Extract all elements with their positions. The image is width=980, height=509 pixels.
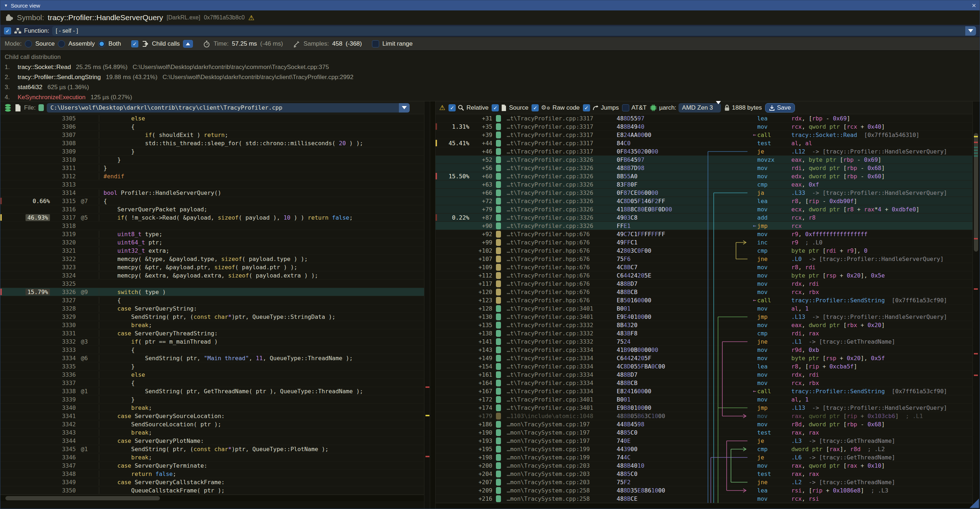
source-line-row[interactable]: 3309 } bbox=[0, 147, 424, 156]
asm-row[interactable]: 15.50%+60…t\TracyProfiler.cpp:33268B55A0… bbox=[436, 172, 972, 180]
asm-row[interactable]: +141…t\TracyProfiler.cpp:33327524jne.L1 … bbox=[436, 337, 972, 346]
asm-row[interactable]: +117…t\TracyProfiler.hpp:676488BD7movrdx… bbox=[436, 280, 972, 288]
asm-vscrollbar[interactable] bbox=[972, 101, 980, 509]
asm-row[interactable]: +161…t\TracyProfiler.cpp:3334488BD7movrd… bbox=[436, 371, 972, 379]
asm-row[interactable]: +135…t\TracyProfiler.cpp:33328B4320movea… bbox=[436, 321, 972, 329]
source-line-row[interactable]: 3320 uint64_t ptr; bbox=[0, 238, 424, 247]
source-line-row[interactable]: 3347 case ServerQueryTerminate: bbox=[0, 461, 424, 470]
ccd-item[interactable]: 3.stat64i32625 µs (1.36%) bbox=[5, 82, 975, 92]
asm-source-checkbox[interactable]: ✓ bbox=[492, 104, 499, 111]
asm-row[interactable]: +63…t\TracyProfiler.cpp:332683F80Fcmpeax… bbox=[436, 180, 972, 189]
asm-row[interactable]: +92…t\TracyProfiler.hpp:67649C7C1FFFFFFF… bbox=[436, 230, 972, 238]
source-line-row[interactable]: 3346 break; bbox=[0, 453, 424, 461]
chevron-down-icon[interactable] bbox=[965, 26, 976, 36]
chevron-down-icon[interactable] bbox=[716, 104, 721, 111]
source-line-row[interactable]: 0.66%3315@7{ bbox=[0, 197, 424, 205]
close-icon[interactable]: × bbox=[972, 2, 976, 9]
radio-both[interactable] bbox=[98, 40, 105, 48]
asm-row[interactable]: +149…t\TracyProfiler.cpp:3334C64424205Fm… bbox=[436, 354, 972, 362]
chevron-down-icon[interactable] bbox=[399, 103, 410, 113]
asm-row[interactable]: 1.31%+35…t\TracyProfiler.cpp:3317488B494… bbox=[436, 122, 972, 131]
source-line-row[interactable]: 3336 else bbox=[0, 371, 424, 379]
source-line-row[interactable]: 3328 case ServerQueryString: bbox=[0, 304, 424, 313]
source-hscroll-thumb[interactable] bbox=[5, 496, 160, 500]
asm-row[interactable]: +167…t\TracyProfiler.cpp:3334E824160000←… bbox=[436, 387, 972, 395]
source-line-row[interactable]: 3345@1 SendString( ptr, (const char*)ptr… bbox=[0, 445, 424, 453]
asm-row[interactable]: +138…t\TracyProfiler.cpp:3332483BF8cmprd… bbox=[436, 329, 972, 337]
source-line-row[interactable]: 3325 bbox=[0, 280, 424, 288]
asm-row[interactable]: +112…t\TracyProfiler.hpp:676C64424205Emo… bbox=[436, 271, 972, 280]
source-line-row[interactable]: 3311} bbox=[0, 164, 424, 172]
asm-row[interactable]: +200…mon\TracySystem.cpp:203488B4010movr… bbox=[436, 461, 972, 470]
asm-row[interactable]: +198…mon\TracySystem.cpp:199744Cje.L6 ->… bbox=[436, 453, 972, 461]
asm-row[interactable]: 45.41%+44…t\TracyProfiler.cpp:331784C0te… bbox=[436, 139, 972, 147]
source-line-row[interactable]: 3338@1 SendString( ptr, GetThreadName( p… bbox=[0, 387, 424, 395]
source-line-row[interactable]: 3330 break; bbox=[0, 321, 424, 329]
source-line-row[interactable]: 3344 case ServerQueryPlotName: bbox=[0, 437, 424, 445]
source-line-row[interactable]: 3333 { bbox=[0, 346, 424, 354]
asm-row[interactable]: +102…t\TracyProfiler.hpp:67642803C0F00cm… bbox=[436, 247, 972, 255]
source-hscrollbar[interactable] bbox=[0, 495, 424, 501]
source-line-row[interactable]: 3321 uint32_t extra; bbox=[0, 247, 424, 255]
asm-row[interactable]: +128…t\TracyProfiler.cpp:3401B001moval, … bbox=[436, 304, 972, 313]
asm-row[interactable]: +204…mon\TracySystem.cpp:2034885C0testra… bbox=[436, 470, 972, 478]
asm-row[interactable]: 0.22%+87…t\TracyProfiler.cpp:33264903C8a… bbox=[436, 213, 972, 222]
source-line-row[interactable]: 3327 { bbox=[0, 296, 424, 304]
source-line-row[interactable]: 3335 } bbox=[0, 362, 424, 371]
asm-row[interactable]: +31…t\TracyProfiler.cpp:3317488D5597lear… bbox=[436, 114, 972, 122]
asm-row[interactable]: +107…t\TracyProfiler.hpp:67675F6jne.L0 -… bbox=[436, 255, 972, 263]
save-button[interactable]: Save bbox=[765, 103, 795, 113]
source-line-row[interactable]: 3341 case ServerQuerySourceLocation: bbox=[0, 412, 424, 420]
source-line-row[interactable]: 15.79%3326@9 switch( type ) bbox=[0, 288, 424, 296]
source-line-row[interactable]: 3349 case ServerQueryCallstackFrame: bbox=[0, 478, 424, 486]
source-line-row[interactable]: 3323 memcpy( &ptr, &payload.ptr, sizeof(… bbox=[0, 263, 424, 271]
asm-row[interactable]: +52…t\TracyProfiler.cpp:33260FB64597movz… bbox=[436, 156, 972, 164]
raw-code-checkbox[interactable]: ✓ bbox=[531, 104, 539, 111]
source-line-row[interactable]: 3343 break; bbox=[0, 428, 424, 437]
source-line-row[interactable]: 3322 memcpy( &type, &payload.type, sizeo… bbox=[0, 255, 424, 263]
asm-row[interactable]: +154…t\TracyProfiler.cpp:33344C8D055FBA0… bbox=[436, 362, 972, 371]
asm-row[interactable]: +179…1103\include\atomic:1048488B05B63C1… bbox=[436, 412, 972, 420]
asm-row[interactable]: +174…t\TracyProfiler.cpp:3401E9B8010000j… bbox=[436, 404, 972, 412]
asm-row[interactable]: +79…t\TracyProfiler.cpp:3326418B8C80E0BF… bbox=[436, 205, 972, 213]
source-vscrollbar[interactable] bbox=[425, 101, 430, 509]
source-line-row[interactable]: 3329 SendString( ptr, (const char*)ptr, … bbox=[0, 313, 424, 321]
march-combo[interactable]: AMD Zen 3 bbox=[678, 103, 721, 113]
asm-row[interactable]: +209…mon\TracySystem.cpp:258488D35E88610… bbox=[436, 486, 972, 495]
ccd-item[interactable]: 1.tracy::Socket::Read25.25 ms (54.89%)C:… bbox=[5, 62, 975, 72]
source-line-row[interactable]: 3340 break; bbox=[0, 404, 424, 412]
ccd-item[interactable]: 2.tracy::Profiler::SendLongString19.88 m… bbox=[5, 72, 975, 82]
source-line-row[interactable]: 3305 else bbox=[0, 114, 424, 122]
asm-row[interactable]: +186…mon\TracySystem.cpp:197448B4598movr… bbox=[436, 420, 972, 428]
limit-range-checkbox[interactable] bbox=[372, 40, 379, 48]
source-line-row[interactable]: 3307 if( shouldExit ) return; bbox=[0, 131, 424, 139]
source-line-row[interactable]: 3313 bbox=[0, 180, 424, 189]
radio-assembly[interactable] bbox=[58, 40, 65, 48]
source-line-row[interactable]: 3332@3 if( ptr == m_mainThread ) bbox=[0, 337, 424, 346]
resize-grip[interactable] bbox=[970, 499, 979, 508]
source-line-row[interactable]: 3318 bbox=[0, 222, 424, 230]
source-line-row[interactable]: 3319 uint8_t type; bbox=[0, 230, 424, 238]
asm-row[interactable]: +123…t\TracyProfiler.hpp:676E850160000←c… bbox=[436, 296, 972, 304]
asm-row[interactable]: +46…t\TracyProfiler.cpp:33170F8435020000… bbox=[436, 147, 972, 156]
source-line-row[interactable]: 3342 SendSourceLocation( ptr ); bbox=[0, 420, 424, 428]
asm-row[interactable]: +90…t\TracyProfiler.cpp:3326FFE1←jmprcx bbox=[436, 222, 972, 230]
asm-row[interactable]: +120…t\TracyProfiler.hpp:676488BCBmovrcx… bbox=[436, 288, 972, 296]
child-calls-checkbox[interactable]: ✓ bbox=[131, 40, 138, 48]
radio-source[interactable] bbox=[25, 40, 32, 48]
asm-row[interactable]: +172…t\TracyProfiler.cpp:3401B001moval, … bbox=[436, 395, 972, 404]
source-line-row[interactable]: 3331 case ServerQueryThreadString: bbox=[0, 329, 424, 337]
asm-row[interactable]: +72…t\TracyProfiler.cpp:33264C8D05F146F2… bbox=[436, 197, 972, 205]
file-combo[interactable]: C:\Users\wolf\Desktop\darkrl\contrib\tra… bbox=[47, 103, 410, 113]
source-line-row[interactable]: 3337 { bbox=[0, 379, 424, 387]
relative-checkbox[interactable]: ✓ bbox=[449, 104, 456, 111]
asm-row[interactable]: +130…t\TracyProfiler.cpp:3401E9E4010000j… bbox=[436, 313, 972, 321]
source-line-row[interactable]: 3310 } bbox=[0, 156, 424, 164]
asm-row[interactable]: +39…t\TracyProfiler.cpp:3317E824AA0000←c… bbox=[436, 131, 972, 139]
collapse-up-button[interactable] bbox=[183, 40, 193, 48]
pane-divider[interactable] bbox=[430, 101, 435, 509]
source-line-row[interactable]: 3334@6 SendString( ptr, "Main thread", 1… bbox=[0, 354, 424, 362]
jumps-checkbox[interactable]: ✓ bbox=[583, 104, 590, 111]
function-combo[interactable]: [ - self - ] bbox=[52, 26, 976, 36]
asm-hscrollbar[interactable] bbox=[436, 503, 972, 508]
